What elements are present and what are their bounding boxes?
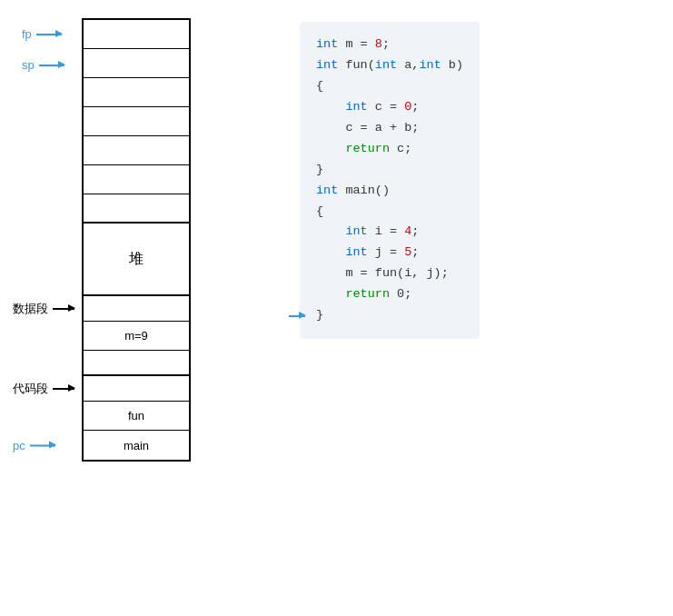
data-segment-label: 数据段 [13, 301, 74, 317]
memory-stack-wrapper: fp sp [82, 18, 191, 462]
stack-section: fp sp [82, 18, 191, 462]
code-line-8: int main() [316, 181, 463, 202]
code-line-13: return 0; [316, 284, 463, 305]
fp-arrow [36, 34, 62, 35]
data-cell-bottom [84, 351, 189, 376]
code-line-12: m = fun(i, j); [316, 263, 463, 284]
mem-cell-7 [84, 194, 189, 224]
code-cell-top: 代码段 [84, 376, 189, 402]
pc-arrow [30, 444, 55, 446]
code-segment-label: 代码段 [13, 381, 74, 397]
code-line-9: { [316, 202, 463, 223]
code-line-11: int j = 5; [316, 243, 463, 263]
code-line-5: c = a + b; [316, 118, 463, 139]
code-cell-fun: fun [84, 402, 189, 431]
sp-arrow [39, 65, 64, 66]
mem-cell-1 [84, 20, 189, 49]
code-line-2: int fun(int a,int b) [316, 55, 463, 76]
heap-area: 堆 [84, 224, 189, 296]
mem-cell-5 [84, 136, 189, 165]
code-panel: int m = 8; int fun(int a,int b) { int c … [300, 22, 480, 339]
mem-cell-6 [84, 165, 189, 194]
code-line-4: int c = 0; [316, 97, 463, 118]
fp-label: fp [22, 27, 62, 41]
closing-arrow [289, 315, 305, 317]
code-line-3: { [316, 76, 463, 97]
mem-cell-4 [84, 107, 189, 136]
mem-cell-2 [84, 49, 189, 78]
code-seg-arrow [53, 388, 74, 390]
main-container: fp sp [0, 0, 673, 616]
code-line-14: } [316, 305, 463, 326]
code-cell-main: main pc [84, 431, 189, 460]
data-seg-arrow [53, 308, 74, 310]
code-line-10: int i = 4; [316, 222, 463, 243]
pc-label: pc [13, 439, 55, 452]
code-line-1: int m = 8; [316, 35, 463, 55]
code-line-7: } [316, 160, 463, 181]
code-line-6: return c; [316, 139, 463, 160]
memory-diagram: fp sp [18, 18, 480, 607]
data-cell-m: m=9 [84, 322, 189, 351]
mem-cell-3 [84, 78, 189, 107]
sp-label: sp [22, 58, 64, 72]
data-cell-top: 数据段 [84, 296, 189, 322]
